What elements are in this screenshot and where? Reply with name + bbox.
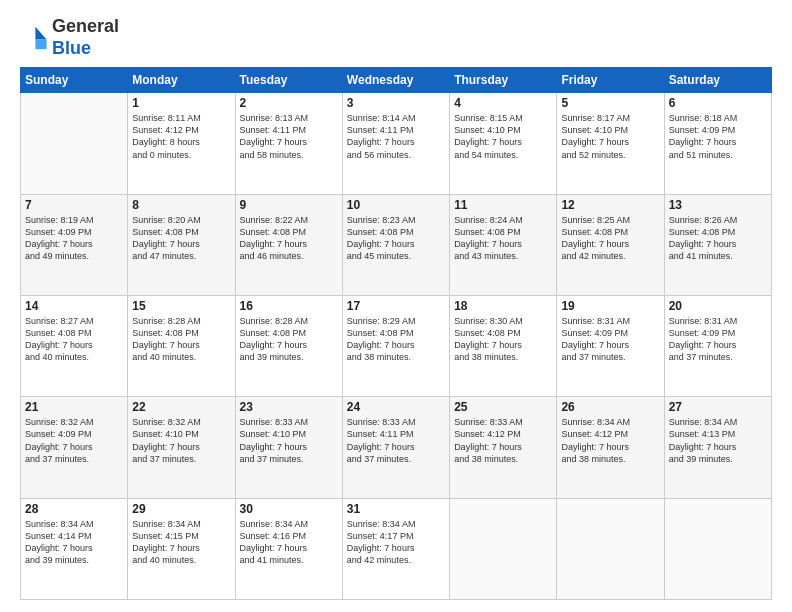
logo-text: General Blue xyxy=(52,16,119,59)
day-info: Sunrise: 8:33 AMSunset: 4:12 PMDaylight:… xyxy=(454,416,552,465)
day-number: 24 xyxy=(347,400,445,414)
calendar-table: SundayMondayTuesdayWednesdayThursdayFrid… xyxy=(20,67,772,600)
day-info: Sunrise: 8:28 AMSunset: 4:08 PMDaylight:… xyxy=(240,315,338,364)
svg-marker-0 xyxy=(35,26,46,39)
calendar-cell: 18Sunrise: 8:30 AMSunset: 4:08 PMDayligh… xyxy=(450,295,557,396)
calendar-week-row: 14Sunrise: 8:27 AMSunset: 4:08 PMDayligh… xyxy=(21,295,772,396)
day-number: 14 xyxy=(25,299,123,313)
calendar-cell: 6Sunrise: 8:18 AMSunset: 4:09 PMDaylight… xyxy=(664,93,771,194)
calendar-cell: 27Sunrise: 8:34 AMSunset: 4:13 PMDayligh… xyxy=(664,397,771,498)
calendar-cell: 26Sunrise: 8:34 AMSunset: 4:12 PMDayligh… xyxy=(557,397,664,498)
day-info: Sunrise: 8:32 AMSunset: 4:09 PMDaylight:… xyxy=(25,416,123,465)
calendar-cell: 15Sunrise: 8:28 AMSunset: 4:08 PMDayligh… xyxy=(128,295,235,396)
calendar-cell: 21Sunrise: 8:32 AMSunset: 4:09 PMDayligh… xyxy=(21,397,128,498)
day-info: Sunrise: 8:25 AMSunset: 4:08 PMDaylight:… xyxy=(561,214,659,263)
calendar-cell: 19Sunrise: 8:31 AMSunset: 4:09 PMDayligh… xyxy=(557,295,664,396)
day-number: 8 xyxy=(132,198,230,212)
day-number: 3 xyxy=(347,96,445,110)
day-info: Sunrise: 8:31 AMSunset: 4:09 PMDaylight:… xyxy=(669,315,767,364)
day-info: Sunrise: 8:34 AMSunset: 4:12 PMDaylight:… xyxy=(561,416,659,465)
calendar-cell: 2Sunrise: 8:13 AMSunset: 4:11 PMDaylight… xyxy=(235,93,342,194)
day-info: Sunrise: 8:29 AMSunset: 4:08 PMDaylight:… xyxy=(347,315,445,364)
day-info: Sunrise: 8:24 AMSunset: 4:08 PMDaylight:… xyxy=(454,214,552,263)
day-info: Sunrise: 8:26 AMSunset: 4:08 PMDaylight:… xyxy=(669,214,767,263)
day-number: 17 xyxy=(347,299,445,313)
day-info: Sunrise: 8:33 AMSunset: 4:10 PMDaylight:… xyxy=(240,416,338,465)
weekday-header-monday: Monday xyxy=(128,68,235,93)
calendar-cell: 28Sunrise: 8:34 AMSunset: 4:14 PMDayligh… xyxy=(21,498,128,599)
day-info: Sunrise: 8:18 AMSunset: 4:09 PMDaylight:… xyxy=(669,112,767,161)
day-info: Sunrise: 8:13 AMSunset: 4:11 PMDaylight:… xyxy=(240,112,338,161)
day-number: 11 xyxy=(454,198,552,212)
day-number: 9 xyxy=(240,198,338,212)
day-info: Sunrise: 8:33 AMSunset: 4:11 PMDaylight:… xyxy=(347,416,445,465)
calendar-cell: 1Sunrise: 8:11 AMSunset: 4:12 PMDaylight… xyxy=(128,93,235,194)
day-info: Sunrise: 8:34 AMSunset: 4:17 PMDaylight:… xyxy=(347,518,445,567)
calendar-cell: 31Sunrise: 8:34 AMSunset: 4:17 PMDayligh… xyxy=(342,498,449,599)
day-info: Sunrise: 8:15 AMSunset: 4:10 PMDaylight:… xyxy=(454,112,552,161)
calendar-cell: 5Sunrise: 8:17 AMSunset: 4:10 PMDaylight… xyxy=(557,93,664,194)
day-number: 28 xyxy=(25,502,123,516)
day-number: 6 xyxy=(669,96,767,110)
day-info: Sunrise: 8:28 AMSunset: 4:08 PMDaylight:… xyxy=(132,315,230,364)
calendar-cell: 30Sunrise: 8:34 AMSunset: 4:16 PMDayligh… xyxy=(235,498,342,599)
day-info: Sunrise: 8:20 AMSunset: 4:08 PMDaylight:… xyxy=(132,214,230,263)
calendar-cell: 22Sunrise: 8:32 AMSunset: 4:10 PMDayligh… xyxy=(128,397,235,498)
calendar-week-row: 21Sunrise: 8:32 AMSunset: 4:09 PMDayligh… xyxy=(21,397,772,498)
day-info: Sunrise: 8:32 AMSunset: 4:10 PMDaylight:… xyxy=(132,416,230,465)
day-number: 2 xyxy=(240,96,338,110)
day-number: 4 xyxy=(454,96,552,110)
calendar-cell: 10Sunrise: 8:23 AMSunset: 4:08 PMDayligh… xyxy=(342,194,449,295)
day-info: Sunrise: 8:30 AMSunset: 4:08 PMDaylight:… xyxy=(454,315,552,364)
calendar-cell: 12Sunrise: 8:25 AMSunset: 4:08 PMDayligh… xyxy=(557,194,664,295)
calendar-cell: 17Sunrise: 8:29 AMSunset: 4:08 PMDayligh… xyxy=(342,295,449,396)
calendar-cell: 24Sunrise: 8:33 AMSunset: 4:11 PMDayligh… xyxy=(342,397,449,498)
day-number: 15 xyxy=(132,299,230,313)
weekday-header-wednesday: Wednesday xyxy=(342,68,449,93)
day-number: 30 xyxy=(240,502,338,516)
day-number: 22 xyxy=(132,400,230,414)
day-number: 27 xyxy=(669,400,767,414)
calendar-cell: 9Sunrise: 8:22 AMSunset: 4:08 PMDaylight… xyxy=(235,194,342,295)
page: General Blue SundayMondayTuesdayWednesda… xyxy=(0,0,792,612)
day-number: 13 xyxy=(669,198,767,212)
day-info: Sunrise: 8:34 AMSunset: 4:16 PMDaylight:… xyxy=(240,518,338,567)
day-info: Sunrise: 8:23 AMSunset: 4:08 PMDaylight:… xyxy=(347,214,445,263)
calendar-week-row: 28Sunrise: 8:34 AMSunset: 4:14 PMDayligh… xyxy=(21,498,772,599)
weekday-header-friday: Friday xyxy=(557,68,664,93)
day-number: 12 xyxy=(561,198,659,212)
day-number: 29 xyxy=(132,502,230,516)
calendar-cell: 3Sunrise: 8:14 AMSunset: 4:11 PMDaylight… xyxy=(342,93,449,194)
day-info: Sunrise: 8:19 AMSunset: 4:09 PMDaylight:… xyxy=(25,214,123,263)
calendar-cell: 29Sunrise: 8:34 AMSunset: 4:15 PMDayligh… xyxy=(128,498,235,599)
day-number: 10 xyxy=(347,198,445,212)
day-info: Sunrise: 8:27 AMSunset: 4:08 PMDaylight:… xyxy=(25,315,123,364)
logo-icon xyxy=(20,24,48,52)
day-number: 31 xyxy=(347,502,445,516)
calendar-week-row: 1Sunrise: 8:11 AMSunset: 4:12 PMDaylight… xyxy=(21,93,772,194)
calendar-cell xyxy=(664,498,771,599)
day-number: 16 xyxy=(240,299,338,313)
weekday-header-saturday: Saturday xyxy=(664,68,771,93)
day-number: 26 xyxy=(561,400,659,414)
calendar-cell: 11Sunrise: 8:24 AMSunset: 4:08 PMDayligh… xyxy=(450,194,557,295)
weekday-header-sunday: Sunday xyxy=(21,68,128,93)
day-info: Sunrise: 8:22 AMSunset: 4:08 PMDaylight:… xyxy=(240,214,338,263)
calendar-cell: 20Sunrise: 8:31 AMSunset: 4:09 PMDayligh… xyxy=(664,295,771,396)
day-info: Sunrise: 8:34 AMSunset: 4:13 PMDaylight:… xyxy=(669,416,767,465)
calendar-cell xyxy=(21,93,128,194)
day-info: Sunrise: 8:17 AMSunset: 4:10 PMDaylight:… xyxy=(561,112,659,161)
day-number: 18 xyxy=(454,299,552,313)
calendar-cell: 4Sunrise: 8:15 AMSunset: 4:10 PMDaylight… xyxy=(450,93,557,194)
day-info: Sunrise: 8:14 AMSunset: 4:11 PMDaylight:… xyxy=(347,112,445,161)
day-number: 7 xyxy=(25,198,123,212)
calendar-cell: 16Sunrise: 8:28 AMSunset: 4:08 PMDayligh… xyxy=(235,295,342,396)
weekday-header-tuesday: Tuesday xyxy=(235,68,342,93)
day-number: 1 xyxy=(132,96,230,110)
day-info: Sunrise: 8:11 AMSunset: 4:12 PMDaylight:… xyxy=(132,112,230,161)
weekday-header-row: SundayMondayTuesdayWednesdayThursdayFrid… xyxy=(21,68,772,93)
calendar-cell xyxy=(557,498,664,599)
day-number: 19 xyxy=(561,299,659,313)
calendar-cell: 7Sunrise: 8:19 AMSunset: 4:09 PMDaylight… xyxy=(21,194,128,295)
calendar-cell: 8Sunrise: 8:20 AMSunset: 4:08 PMDaylight… xyxy=(128,194,235,295)
